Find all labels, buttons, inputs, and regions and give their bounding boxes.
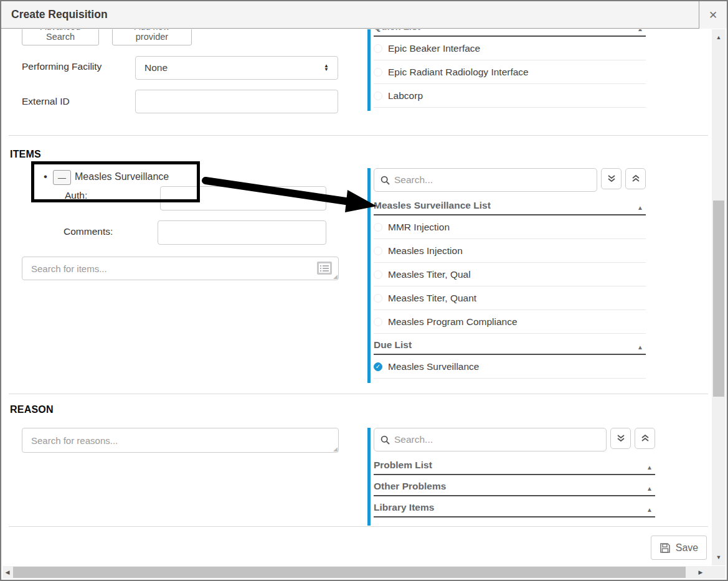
group-header-label: Library Items <box>374 502 434 513</box>
list-item-label: Measles Program Compliance <box>388 316 518 328</box>
horizontal-scrollbar[interactable]: ◀ ▶ <box>2 566 712 579</box>
list-item[interactable]: MMR Injection <box>374 215 646 239</box>
items-search-input[interactable] <box>22 257 339 280</box>
list-group-header[interactable]: Other Problems▲ <box>374 479 655 496</box>
list-item-label: Measles Titer, Quant <box>388 293 476 304</box>
performing-facility-select[interactable]: None ▲▼ <box>135 56 338 80</box>
search-icon <box>381 435 390 445</box>
list-item[interactable]: Epic Radiant Radiology Interface <box>374 60 646 84</box>
list-item-label: Measles Surveillance <box>388 361 479 372</box>
radio-icon <box>374 294 382 303</box>
external-id-label: External ID <box>22 96 70 107</box>
reason-search-input[interactable] <box>22 428 339 453</box>
section-divider <box>9 394 708 394</box>
items-panel-groups: Measles Surveillance List▲MMR InjectionM… <box>374 198 646 379</box>
resize-grip-icon[interactable]: ◢ <box>333 446 338 452</box>
section-divider <box>9 135 708 136</box>
expand-all-button[interactable] <box>601 168 622 189</box>
advanced-search-button[interactable]: Advanced Search <box>22 29 99 45</box>
modal-titlebar: Create Requisition <box>1 1 727 29</box>
collapse-arrow-icon: ▲ <box>646 485 655 492</box>
items-side-panel: Measles Surveillance List▲MMR InjectionM… <box>367 168 646 383</box>
save-button[interactable]: Save <box>651 536 707 560</box>
radio-icon <box>374 223 382 232</box>
scroll-right-icon[interactable]: ▶ <box>696 566 706 579</box>
double-chevron-up-icon <box>641 434 650 443</box>
vertical-scroll-thumb[interactable] <box>713 201 724 397</box>
radio-icon <box>374 247 382 255</box>
reason-side-panel: Problem List▲Other Problems▲Library Item… <box>367 428 655 526</box>
comments-input[interactable] <box>158 220 326 245</box>
double-chevron-up-icon <box>631 174 640 183</box>
list-group-header[interactable]: Problem List▲ <box>374 458 655 475</box>
list-item[interactable]: Measles Titer, Quant <box>374 286 646 310</box>
accent-bar <box>367 428 371 526</box>
quick-list-groups: Quick List▲Epic Beaker InterfaceEpic Rad… <box>374 29 646 111</box>
accent-bar <box>367 29 371 111</box>
selected-item-label: Measles Surveillance <box>75 171 169 182</box>
item-list-picker-icon[interactable] <box>316 261 333 275</box>
close-button[interactable]: ✕ <box>699 1 727 29</box>
panel-search-input[interactable] <box>394 434 600 445</box>
scroll-up-icon[interactable]: ▲ <box>712 32 726 43</box>
list-item[interactable]: Labcorp <box>374 84 646 108</box>
panel-search-box[interactable] <box>374 428 607 451</box>
modal-content: Advanced Search Add new provider Perform… <box>9 29 708 565</box>
expand-all-button[interactable] <box>610 428 631 449</box>
radio-icon <box>374 68 382 77</box>
double-chevron-down-icon <box>617 434 625 443</box>
radio-icon <box>374 44 382 53</box>
performing-facility-label: Performing Facility <box>22 61 102 72</box>
list-group-header[interactable]: Due List▲ <box>374 338 646 355</box>
resize-grip-icon[interactable]: ◢ <box>333 273 338 280</box>
list-group-header[interactable]: Quick List▲ <box>374 29 646 37</box>
add-new-provider-button[interactable]: Add new provider <box>112 29 192 45</box>
footer-divider <box>9 526 708 527</box>
list-group-header[interactable]: Library Items▲ <box>374 500 655 517</box>
scroll-left-icon[interactable]: ◀ <box>2 566 12 579</box>
reason-panel-groups: Problem List▲Other Problems▲Library Item… <box>374 458 655 517</box>
group-header-label: Quick List <box>374 29 420 32</box>
list-item-label: Measles Titer, Qual <box>388 269 471 280</box>
collapse-all-button[interactable] <box>635 428 655 449</box>
list-item[interactable]: Measles Program Compliance <box>374 310 646 334</box>
group-header-label: Other Problems <box>374 481 446 492</box>
panel-search-box[interactable] <box>374 168 597 192</box>
close-icon: ✕ <box>709 9 717 22</box>
list-item-label: MMR Injection <box>388 222 450 233</box>
save-label: Save <box>676 542 698 554</box>
collapse-arrow-icon: ▲ <box>646 464 655 471</box>
collapse-arrow-icon: ▲ <box>646 506 655 513</box>
list-item-label: Epic Radiant Radiology Interface <box>388 67 529 78</box>
radio-icon <box>374 270 382 279</box>
panel-search-input[interactable] <box>394 174 590 186</box>
list-item[interactable]: ✓Measles Surveillance <box>374 355 646 379</box>
minus-icon: — <box>58 173 66 182</box>
group-header-label: Measles Surveillance List <box>374 200 491 211</box>
list-item[interactable]: Measles Injection <box>374 239 646 263</box>
list-item[interactable]: Epic Beaker Interface <box>374 37 646 60</box>
create-requisition-modal: Create Requisition ✕ Advanced Search Add… <box>0 0 728 581</box>
comments-label: Comments: <box>64 226 113 237</box>
scroll-down-icon[interactable]: ▼ <box>712 552 726 563</box>
collapse-item-button[interactable]: — <box>53 170 71 185</box>
collapse-all-button[interactable] <box>625 168 646 189</box>
list-group-header[interactable]: Measles Surveillance List▲ <box>374 198 646 215</box>
scrollbar-corner <box>712 566 726 579</box>
vertical-scrollbar[interactable]: ▲ ▼ <box>712 29 726 565</box>
select-sorter-icon: ▲▼ <box>324 64 329 72</box>
horizontal-scroll-thumb[interactable] <box>13 567 686 578</box>
reason-heading: REASON <box>10 404 54 415</box>
radio-icon <box>374 92 382 100</box>
list-item-label: Measles Injection <box>388 245 463 257</box>
items-heading: ITEMS <box>10 149 41 160</box>
collapse-arrow-icon: ▲ <box>637 344 646 351</box>
bullet-icon: • <box>44 171 47 183</box>
double-chevron-down-icon <box>607 174 616 183</box>
list-item[interactable]: Measles Titer, Qual <box>374 263 646 286</box>
auth-input[interactable] <box>160 186 326 210</box>
group-header-label: Due List <box>374 339 412 351</box>
external-id-input[interactable] <box>135 90 338 113</box>
auth-label: Auth: <box>65 190 87 201</box>
collapse-arrow-icon: ▲ <box>637 29 646 32</box>
